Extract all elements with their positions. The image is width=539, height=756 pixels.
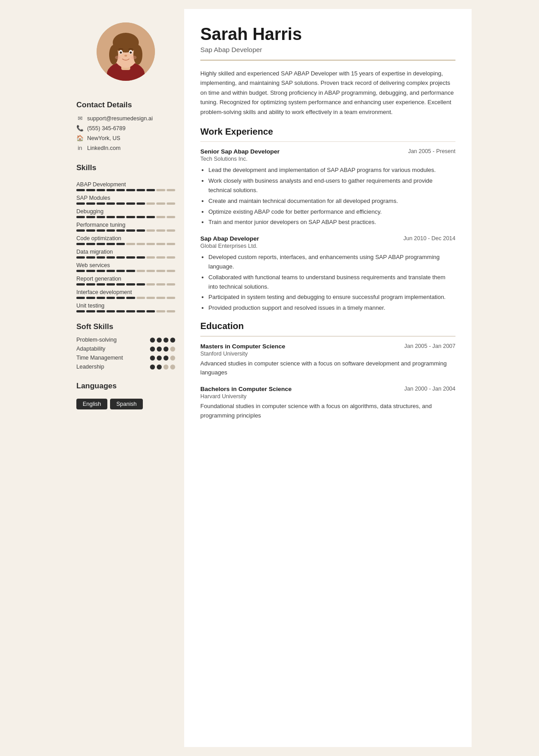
skills-list: ABAP DevelopmentSAP ModulesDebuggingPerf… <box>76 178 175 313</box>
skill-segment <box>126 283 135 286</box>
skill-segment <box>116 256 125 259</box>
job-header: Sap Abap DeveloperJun 2010 - Dec 2014 <box>200 235 455 242</box>
skill-label: SAP Modules <box>76 195 175 201</box>
skill-segment <box>167 270 175 272</box>
skill-segment <box>137 216 145 218</box>
soft-skill-label: Adaptability <box>76 346 117 352</box>
email-icon: ✉ <box>76 115 84 122</box>
skill-segment <box>156 243 165 245</box>
skill-segment <box>97 297 105 299</box>
soft-skills-title: Soft Skills <box>76 322 113 331</box>
svg-point-13 <box>131 56 137 59</box>
skill-bar <box>76 310 175 312</box>
job-title: Senior Sap Abap Developer <box>200 148 280 155</box>
skill-segment <box>97 202 105 205</box>
skill-segment <box>97 310 105 312</box>
skill-segment <box>86 270 95 272</box>
skill-label: Interface development <box>76 289 175 295</box>
soft-skill-dot <box>157 338 162 343</box>
skill-segment <box>76 202 85 205</box>
education-divider <box>200 336 455 337</box>
skill-bar <box>76 297 175 299</box>
edu-description: Foundational studies in computer science… <box>200 402 455 421</box>
skill-label: Report generation <box>76 276 175 282</box>
skill-segment <box>116 202 125 205</box>
main-content: Sarah Harris Sap Abap Developer Highly s… <box>184 9 472 747</box>
skills-title: Skills <box>76 163 96 172</box>
skill-segment <box>156 256 165 259</box>
edu-header: Bachelors in Computer ScienceJan 2000 - … <box>200 386 455 392</box>
skill-segment <box>106 283 115 286</box>
soft-skill-dot <box>150 356 155 360</box>
skill-segment <box>137 189 145 191</box>
skill-label: Performance tuning <box>76 222 175 228</box>
soft-skill-dot <box>150 338 155 343</box>
name-divider <box>200 60 455 61</box>
job-bullet: Provided production support and resolved… <box>208 303 455 313</box>
soft-skill-dot <box>170 356 175 360</box>
edu-dates: Jan 2000 - Jan 2004 <box>404 386 455 392</box>
summary: Highly skilled and experienced SAP ABAP … <box>200 69 455 117</box>
skill-bar <box>76 202 175 205</box>
skill-label: Debugging <box>76 208 175 215</box>
skill-segment <box>97 270 105 272</box>
skill-segment <box>97 283 105 286</box>
skill-segment <box>146 297 155 299</box>
skill-segment <box>106 243 115 245</box>
skill-segment <box>86 202 95 205</box>
soft-skill-dot <box>170 347 175 352</box>
skill-segment <box>76 270 85 272</box>
education-title: Education <box>200 321 455 331</box>
contact-location: 🏠 NewYork, US <box>76 135 120 141</box>
soft-skill-dot <box>157 365 162 369</box>
contact-email: ✉ support@resumedesign.ai <box>76 115 153 122</box>
skill-segment <box>126 189 135 191</box>
soft-skill-dot <box>157 356 162 360</box>
job-company: Tech Solutions Inc. <box>200 156 455 162</box>
soft-skill-row: Problem-solving <box>76 337 175 343</box>
soft-skill-label: Time Management <box>76 355 123 361</box>
skill-segment <box>146 256 155 259</box>
skill-segment <box>76 310 85 312</box>
svg-point-10 <box>130 52 132 54</box>
edu-school: Stanford University <box>200 351 455 357</box>
skill-segment <box>167 243 175 245</box>
dot-row <box>150 365 175 369</box>
sidebar: Contact Details ✉ support@resumedesign.a… <box>67 9 184 747</box>
svg-point-12 <box>115 56 120 59</box>
skill-segment <box>137 283 145 286</box>
job-bullet: Participated in system testing and debug… <box>208 293 455 302</box>
language-badge: Spanish <box>110 399 143 409</box>
language-badge: English <box>76 399 107 409</box>
skill-segment <box>116 310 125 312</box>
resume: Contact Details ✉ support@resumedesign.a… <box>67 9 472 747</box>
skill-bar <box>76 189 175 191</box>
edu-degree: Masters in Computer Science <box>200 343 285 350</box>
candidate-name: Sarah Harris <box>200 25 455 44</box>
skill-label: Web services <box>76 262 175 268</box>
skill-segment <box>137 229 145 232</box>
skill-segment <box>116 216 125 218</box>
skill-segment <box>167 283 175 286</box>
edu-header: Masters in Computer ScienceJan 2005 - Ja… <box>200 343 455 350</box>
skill-segment <box>167 310 175 312</box>
skill-segment <box>156 202 165 205</box>
edu-dates: Jan 2005 - Jan 2007 <box>404 343 455 349</box>
edu-school: Harvard University <box>200 393 455 400</box>
soft-skill-dot <box>150 365 155 369</box>
skill-segment <box>126 310 135 312</box>
job-bullet: Optimize existing ABAP code for better p… <box>208 207 455 217</box>
skill-segment <box>97 229 105 232</box>
skill-segment <box>146 189 155 191</box>
skill-segment <box>97 256 105 259</box>
skill-bar <box>76 256 175 259</box>
skill-segment <box>86 189 95 191</box>
phone-icon: 📞 <box>76 125 84 132</box>
skill-segment <box>146 202 155 205</box>
skill-segment <box>86 297 95 299</box>
skill-segment <box>106 202 115 205</box>
soft-skill-dot <box>170 365 175 369</box>
skill-label: Unit testing <box>76 303 175 309</box>
job-bullet: Work closely with business analysts and … <box>208 176 455 195</box>
skill-segment <box>146 283 155 286</box>
